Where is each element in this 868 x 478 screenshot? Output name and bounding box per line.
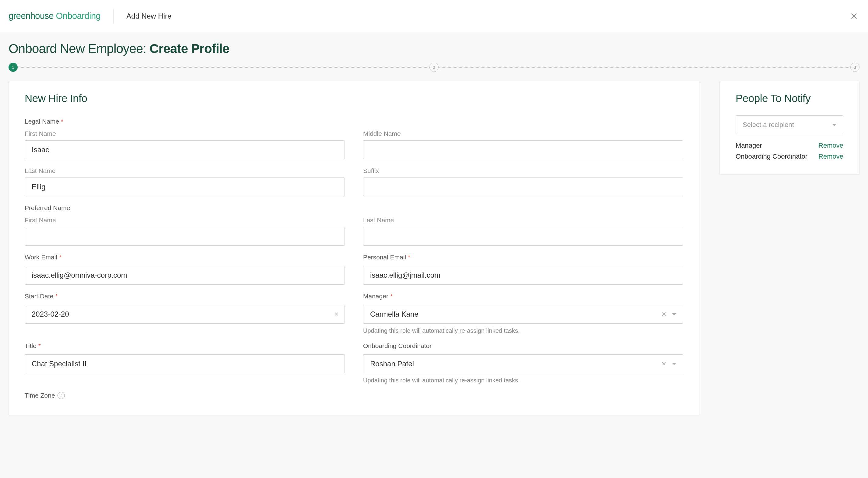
recipient-select-placeholder: Select a recipient (743, 121, 832, 129)
coordinator-help-text: Updating this role will automatically re… (363, 377, 683, 384)
last-name-field: Last Name (25, 167, 345, 197)
clear-coordinator-icon[interactable]: ✕ (661, 360, 666, 367)
coordinator-select-value: Roshan Patel (370, 360, 661, 368)
header-page-name: Add New Hire (126, 12, 172, 21)
legal-name-section-label: Legal Name * (25, 118, 683, 125)
title-coordinator-row: Title * Onboarding Coordinator Roshan Pa… (25, 342, 683, 384)
personal-email-field: Personal Email * (363, 253, 683, 285)
page-title-prefix: Onboard New Employee: (8, 41, 149, 56)
people-to-notify-panel: People To Notify Select a recipient Mana… (719, 81, 860, 175)
legal-name-row-1: First Name Middle Name (25, 130, 683, 159)
close-button[interactable] (848, 11, 860, 22)
middle-name-field: Middle Name (363, 130, 683, 159)
clear-date-icon[interactable]: ✕ (334, 311, 339, 318)
step-line (439, 67, 850, 68)
required-star: * (38, 342, 41, 349)
coordinator-select[interactable]: Roshan Patel ✕ (363, 354, 683, 373)
chevron-down-icon (832, 124, 836, 126)
info-icon[interactable]: i (58, 392, 65, 399)
work-email-label: Work Email * (25, 253, 345, 261)
manager-label: Manager * (363, 293, 683, 300)
content-area: New Hire Info Legal Name * First Name Mi… (0, 81, 868, 427)
logo-product: Onboarding (54, 11, 100, 21)
coordinator-field: Onboarding Coordinator Roshan Patel ✕ Up… (363, 342, 683, 384)
preferred-name-row: First Name Last Name (25, 216, 683, 246)
start-date-label-text: Start Date (25, 293, 54, 300)
required-star: * (408, 253, 410, 261)
suffix-input[interactable] (363, 178, 683, 197)
personal-email-label: Personal Email * (363, 253, 683, 261)
work-email-input[interactable] (25, 266, 345, 285)
last-name-label: Last Name (25, 167, 345, 175)
preferred-name-section-label: Preferred Name (25, 204, 683, 212)
start-date-field: Start Date * ✕ (25, 293, 345, 334)
middle-name-label: Middle Name (363, 130, 683, 137)
remove-coordinator-link[interactable]: Remove (818, 152, 843, 160)
logo: greenhouse Onboarding (8, 11, 100, 21)
title-label: Title * (25, 342, 345, 350)
timezone-label: Time Zone (25, 392, 55, 399)
pref-last-name-label: Last Name (363, 216, 683, 224)
notify-label: Manager (736, 142, 762, 149)
required-star: * (55, 293, 58, 300)
start-date-wrapper: ✕ (25, 305, 345, 324)
pref-first-name-label: First Name (25, 216, 345, 224)
manager-label-text: Manager (363, 293, 389, 300)
required-star: * (390, 293, 393, 300)
people-to-notify-title: People To Notify (736, 92, 843, 104)
manager-select-value: Carmella Kane (370, 310, 661, 319)
required-star: * (61, 118, 63, 125)
page-title: Onboard New Employee: Create Profile (0, 32, 868, 63)
manager-field: Manager * Carmella Kane ✕ Updating this … (363, 293, 683, 334)
clear-manager-icon[interactable]: ✕ (661, 310, 666, 318)
legal-name-label-text: Legal Name (25, 118, 59, 125)
header-divider (113, 9, 114, 24)
start-date-input[interactable] (25, 305, 345, 324)
remove-manager-link[interactable]: Remove (818, 142, 843, 149)
work-email-label-text: Work Email (25, 253, 57, 261)
timezone-label-row: Time Zone i (25, 392, 683, 399)
pref-first-name-field: First Name (25, 216, 345, 246)
new-hire-info-panel: New Hire Info Legal Name * First Name Mi… (8, 81, 700, 415)
middle-name-input[interactable] (363, 140, 683, 159)
recipient-select[interactable]: Select a recipient (736, 115, 843, 134)
suffix-label: Suffix (363, 167, 683, 175)
step-line (18, 67, 429, 68)
work-email-field: Work Email * (25, 253, 345, 285)
step-2[interactable]: 2 (429, 63, 439, 72)
logo-brand: greenhouse (8, 11, 54, 21)
notify-label: Onboarding Coordinator (736, 152, 807, 160)
chevron-down-icon (672, 363, 676, 365)
first-name-label: First Name (25, 130, 345, 137)
step-3[interactable]: 3 (850, 63, 860, 72)
required-star: * (59, 253, 61, 261)
close-icon (850, 12, 858, 21)
manager-select[interactable]: Carmella Kane ✕ (363, 305, 683, 324)
progress-stepper: 1 2 3 (0, 63, 868, 81)
personal-email-label-text: Personal Email (363, 253, 406, 261)
app-header: greenhouse Onboarding Add New Hire (0, 0, 868, 32)
chevron-down-icon (672, 313, 676, 316)
notify-row-manager: Manager Remove (736, 142, 843, 149)
title-input[interactable] (25, 354, 345, 373)
pref-first-name-input[interactable] (25, 227, 345, 246)
pref-last-name-field: Last Name (363, 216, 683, 246)
page-title-bold: Create Profile (149, 41, 229, 56)
start-manager-row: Start Date * ✕ Manager * Carmella Kane ✕… (25, 293, 683, 334)
coordinator-label: Onboarding Coordinator (363, 342, 683, 350)
email-row: Work Email * Personal Email * (25, 253, 683, 285)
legal-name-row-2: Last Name Suffix (25, 167, 683, 197)
new-hire-info-title: New Hire Info (25, 92, 683, 104)
suffix-field: Suffix (363, 167, 683, 197)
notify-row-coordinator: Onboarding Coordinator Remove (736, 152, 843, 160)
manager-help-text: Updating this role will automatically re… (363, 327, 683, 334)
first-name-field: First Name (25, 130, 345, 159)
title-label-text: Title (25, 342, 36, 349)
personal-email-input[interactable] (363, 266, 683, 285)
last-name-input[interactable] (25, 178, 345, 197)
pref-last-name-input[interactable] (363, 227, 683, 246)
start-date-label: Start Date * (25, 293, 345, 300)
title-field: Title * (25, 342, 345, 384)
step-1[interactable]: 1 (8, 63, 18, 72)
first-name-input[interactable] (25, 140, 345, 159)
